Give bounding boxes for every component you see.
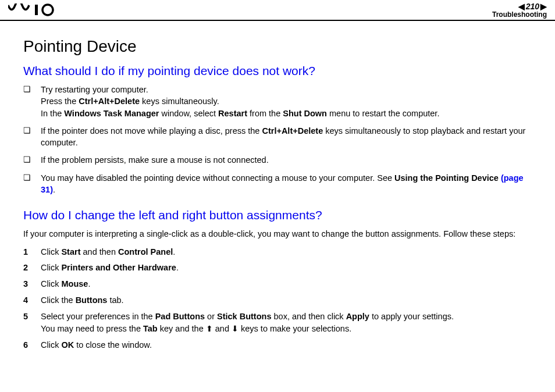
prev-page-arrow-icon[interactable]: ◀ xyxy=(518,2,525,10)
bullet-item: You may have disabled the pointing devic… xyxy=(23,172,532,196)
svg-point-1 xyxy=(42,5,53,15)
page-number: 210 xyxy=(526,2,539,10)
section-label: Troubleshooting xyxy=(492,11,547,18)
step-item: 2Click Printers and Other Hardware. xyxy=(23,262,532,275)
step-item: 6Click OK to close the window. xyxy=(23,339,532,352)
vaio-logo-icon xyxy=(8,3,64,16)
content: Pointing Device What should I do if my p… xyxy=(0,21,555,352)
page-title: Pointing Device xyxy=(23,37,532,56)
step-item: 5Select your preferences in the Pad Butt… xyxy=(23,311,532,336)
vaio-logo xyxy=(8,3,64,16)
question-1-list: Try restarting your computer. Press the … xyxy=(23,84,532,195)
step-item: 1Click Start and then Control Panel. xyxy=(23,246,532,259)
header-right: ◀ 210 ▶ Troubleshooting xyxy=(492,2,547,18)
up-arrow-icon: ⬆ xyxy=(206,324,213,333)
bullet-item: If the pointer does not move while playi… xyxy=(23,125,532,149)
question-2-intro: If your computer is interpreting a singl… xyxy=(23,228,532,240)
page-nav: ◀ 210 ▶ xyxy=(518,2,547,10)
page-header: ◀ 210 ▶ Troubleshooting xyxy=(0,0,555,21)
question-2-steps: 1Click Start and then Control Panel. 2Cl… xyxy=(23,246,532,352)
step-item: 4Click the Buttons tab. xyxy=(23,294,532,307)
next-page-arrow-icon[interactable]: ▶ xyxy=(540,2,547,10)
step-item: 3Click Mouse. xyxy=(23,278,532,291)
bullet-item: Try restarting your computer. Press the … xyxy=(23,84,532,119)
bullet-item: If the problem persists, make sure a mou… xyxy=(23,154,532,166)
svg-rect-0 xyxy=(35,5,38,15)
question-1-heading: What should I do if my pointing device d… xyxy=(23,64,532,78)
question-2-heading: How do I change the left and right butto… xyxy=(23,208,532,222)
down-arrow-icon: ⬇ xyxy=(232,324,239,333)
